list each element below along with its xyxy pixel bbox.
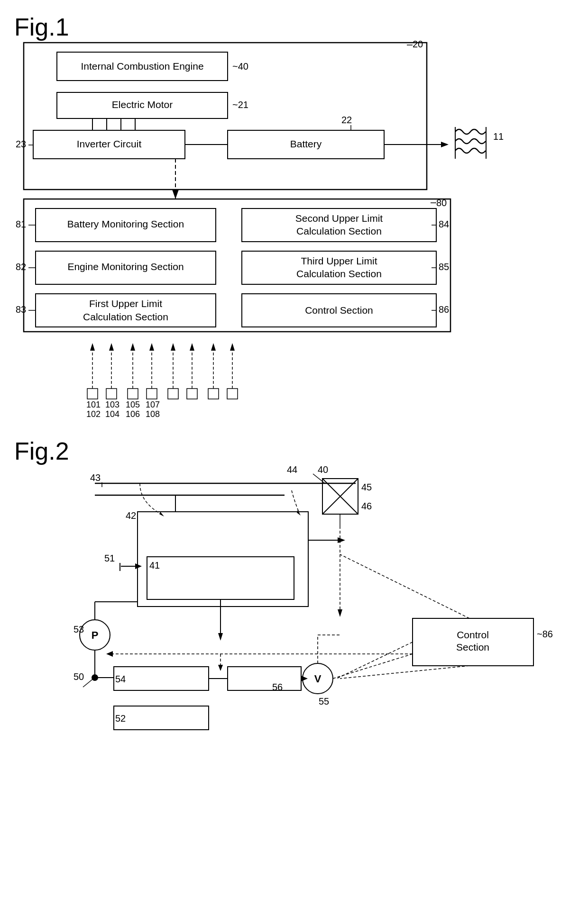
- control-label-fig1: Control Section: [305, 305, 373, 316]
- svg-rect-42: [187, 389, 197, 399]
- ref-21: ~21: [232, 100, 248, 110]
- ref-84: 84: [439, 219, 449, 229]
- ref-46: 46: [361, 501, 372, 511]
- box-52: [114, 706, 209, 730]
- svg-marker-44: [211, 343, 216, 351]
- svg-marker-41: [190, 343, 194, 351]
- ref-55: 55: [319, 696, 329, 707]
- control-box-fig1: [242, 294, 436, 327]
- svg-marker-35: [149, 343, 154, 351]
- svg-line-87: [83, 679, 93, 687]
- box-56: [228, 667, 301, 690]
- svg-marker-53: [159, 512, 164, 516]
- ref-45: 45: [361, 482, 372, 492]
- ref-52: 52: [115, 713, 126, 724]
- sensor-107: 107: [146, 400, 160, 409]
- svg-rect-30: [106, 389, 117, 399]
- box-54: [114, 667, 209, 690]
- ref-43: 43: [90, 472, 101, 483]
- third-upper-label1: Third Upper Limit: [301, 255, 377, 266]
- inverter-box: [33, 130, 185, 159]
- sensor-103: 103: [105, 400, 119, 409]
- ref-83: 83: [16, 304, 26, 315]
- svg-marker-32: [130, 343, 135, 351]
- motor-label: Electric Motor: [112, 99, 173, 110]
- svg-marker-59: [338, 537, 345, 543]
- inverter-label: Inverter Circuit: [77, 138, 142, 149]
- svg-marker-47: [230, 343, 235, 351]
- third-upper-label2: Calculation Section: [296, 268, 382, 279]
- ref-22: 22: [341, 115, 352, 125]
- ref-20: 20: [413, 39, 423, 49]
- svg-rect-27: [87, 389, 98, 399]
- third-upper-box: [242, 251, 436, 284]
- ref-40-fig1: ~40: [232, 61, 248, 72]
- intake-manifold-box: [138, 512, 308, 607]
- second-upper-label2: Calculation Section: [296, 226, 382, 236]
- svg-line-86: [340, 666, 469, 679]
- svg-line-68: [337, 642, 413, 679]
- egr-valve-box: [322, 479, 358, 514]
- ref-42: 42: [126, 510, 136, 521]
- first-upper-label2: Calculation Section: [83, 311, 168, 322]
- bat-monitor-label: Battery Monitoring Section: [67, 218, 184, 229]
- svg-rect-45: [208, 389, 219, 399]
- motor-box: [57, 92, 228, 118]
- first-upper-box: [36, 294, 216, 327]
- fig1-title: Fig.1: [14, 13, 69, 41]
- ref-54: 54: [115, 674, 126, 684]
- second-upper-box: [242, 208, 436, 242]
- svg-marker-38: [171, 343, 175, 351]
- svg-rect-36: [147, 389, 157, 399]
- sensor-105: 105: [126, 400, 140, 409]
- svg-marker-29: [109, 343, 114, 351]
- svg-rect-48: [227, 389, 238, 399]
- ref-53: 53: [74, 624, 84, 634]
- svg-marker-26: [90, 343, 95, 351]
- sensor-104: 104: [105, 409, 119, 419]
- svg-marker-78: [218, 665, 223, 671]
- control-box-fig2: [413, 618, 533, 666]
- voltmeter-circle: [303, 663, 333, 694]
- ice-label: Internal Combustion Engine: [81, 61, 203, 72]
- sensor-102: 102: [86, 409, 101, 419]
- battery-label: Battery: [290, 138, 322, 149]
- svg-marker-54: [297, 510, 301, 516]
- svg-line-49: [313, 474, 325, 483]
- svg-marker-65: [338, 609, 342, 617]
- fig2-title: Fig.2: [14, 437, 69, 465]
- svg-line-69: [340, 554, 469, 618]
- pump-p-label: P: [92, 629, 99, 641]
- voltmeter-v-label: V: [314, 673, 322, 685]
- ref-85: 85: [439, 262, 449, 272]
- svg-marker-80: [301, 676, 308, 681]
- svg-rect-33: [128, 389, 138, 399]
- ref-40-fig2: 40: [318, 464, 328, 475]
- cylinder-box: [147, 557, 294, 599]
- svg-marker-61: [135, 563, 142, 569]
- sensor-106: 106: [126, 409, 140, 419]
- eng-monitor-box: [36, 251, 216, 284]
- ref-41: 41: [149, 560, 160, 571]
- ref-86-fig2: ~86: [537, 629, 553, 639]
- ref-82: 82: [16, 262, 26, 272]
- svg-marker-84: [106, 651, 113, 657]
- ref-51: 51: [104, 553, 115, 563]
- system-outer-box: [24, 43, 427, 190]
- control-label1-fig2: Control: [457, 629, 489, 640]
- svg-marker-67: [218, 633, 223, 641]
- svg-marker-9: [441, 142, 449, 147]
- ref-86-fig1: 86: [439, 304, 449, 315]
- ref-81: 81: [16, 219, 26, 229]
- battery-box: [228, 130, 384, 159]
- sensor-108: 108: [146, 409, 160, 419]
- svg-line-85: [333, 654, 413, 679]
- eng-monitor-label: Engine Monitoring Section: [67, 261, 184, 272]
- ref-80: 80: [436, 198, 447, 208]
- ref-56: 56: [272, 682, 283, 692]
- ref-44: 44: [287, 464, 297, 475]
- first-upper-label1: First Upper Limit: [89, 298, 162, 309]
- svg-line-56: [322, 479, 358, 514]
- ecu-outer-box: [24, 199, 450, 332]
- svg-rect-10: [449, 128, 489, 162]
